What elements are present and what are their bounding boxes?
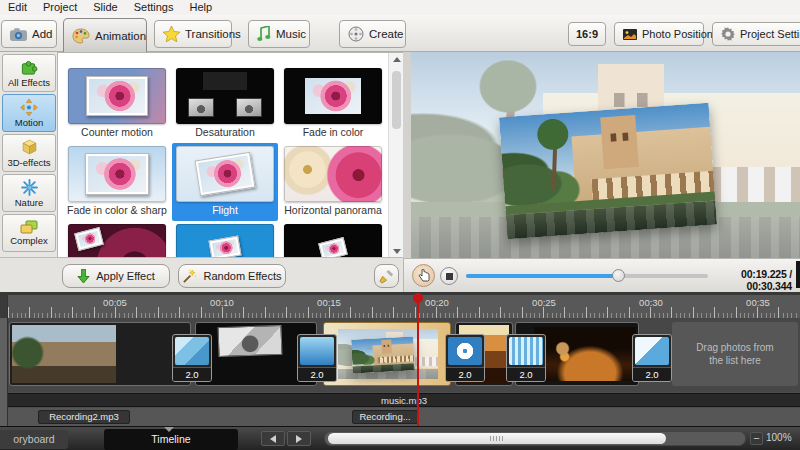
cube-icon [21, 139, 38, 156]
photo-position-label: Photo Position [642, 28, 713, 40]
stop-icon [446, 273, 453, 280]
apply-effect-button[interactable]: Apply Effect [62, 264, 170, 288]
drag-photos-dropzone[interactable]: Drag photos from the list here [672, 322, 798, 386]
menu-slide[interactable]: Slide [85, 0, 125, 15]
slides-track: 2.0 2.0 2.0 2.0 2.0 Drag photos from the… [0, 318, 800, 392]
timeline-ruler[interactable]: 00:05 00:10 00:15 00:20 00:25 00:30 00:3… [0, 292, 800, 318]
transition-3-duration: 2.0 [446, 367, 484, 381]
tab-create[interactable]: Create [339, 20, 406, 48]
music-note-icon [257, 26, 271, 42]
tab-animation-label: Animation [95, 30, 146, 42]
effect-item-row3-2[interactable] [172, 221, 278, 257]
playhead-pin[interactable] [413, 293, 423, 303]
preview-flying-photo [499, 103, 717, 239]
layers-icon [20, 220, 38, 234]
timeline-scrollbar[interactable] [324, 431, 746, 446]
transition-4-duration: 2.0 [507, 367, 545, 381]
thumb-photo [208, 236, 241, 257]
effects-panel: Counter motion Desaturation Fade in colo… [58, 52, 403, 257]
tab-animation[interactable]: Animation [63, 18, 147, 52]
effect-label: Fade in color & sharpen [67, 204, 167, 219]
menu-edit[interactable]: Edit [0, 0, 35, 15]
transition-4[interactable]: 2.0 [506, 334, 546, 382]
menu-settings[interactable]: Settings [126, 0, 182, 15]
effect-item-counter-motion[interactable]: Counter motion [64, 65, 170, 143]
tab-transitions[interactable]: Transitions [154, 20, 232, 48]
effect-item-desaturation[interactable]: Desaturation [172, 65, 278, 143]
random-effects-button[interactable]: Random Effects [178, 264, 286, 288]
tab-storyboard[interactable]: oryboard [0, 430, 68, 449]
zoom-out-button[interactable]: − [750, 432, 763, 445]
playhead-line[interactable] [417, 297, 419, 426]
scrollbar-thumb[interactable] [392, 71, 401, 129]
tab-add[interactable]: Add [1, 20, 57, 48]
playback-slider[interactable] [466, 274, 708, 278]
menu-help[interactable]: Help [181, 0, 220, 15]
brush-icon [379, 269, 394, 284]
photo-position-button[interactable]: Photo Position [614, 22, 704, 46]
slider-thumb[interactable] [612, 269, 625, 282]
brush-tool-button[interactable] [374, 264, 399, 288]
aspect-ratio-button[interactable]: 16:9 [568, 22, 606, 46]
slide-1[interactable] [9, 322, 191, 386]
time-display: 00:19.225 / 00:30.344 [700, 268, 792, 292]
timeline-scrollbar-thumb[interactable] [328, 433, 666, 444]
effect-item-row3-1[interactable] [64, 221, 170, 257]
scene-tower [600, 115, 639, 169]
hand-cursor-icon [418, 269, 430, 283]
effect-item-fade-sharpen[interactable]: Fade in color & sharpen [64, 143, 170, 221]
flower-photo [322, 241, 344, 257]
transition-2[interactable]: 2.0 [297, 334, 337, 382]
voice-clip-2[interactable]: Recording... [352, 410, 418, 424]
flower-photo [212, 239, 238, 257]
sidebar-item-nature[interactable]: Nature [2, 174, 56, 212]
tab-music-label: Music [276, 28, 306, 40]
right-arrow-icon [296, 435, 302, 443]
effect-item-horizontal-panorama[interactable]: Horizontal panorama [280, 143, 386, 221]
effect-thumbnail [176, 68, 274, 124]
project-settings-label: Project Settings [740, 28, 800, 40]
voice-clip-1[interactable]: Recording2.mp3 [38, 410, 130, 424]
preview-canvas [403, 52, 800, 258]
music-clip[interactable]: music.mp3 [8, 393, 800, 407]
move-icon [20, 99, 38, 116]
transition-1-duration: 2.0 [173, 367, 211, 381]
transition-5[interactable]: 2.0 [632, 334, 672, 382]
menu-project[interactable]: Project [35, 0, 85, 15]
scroll-left-button[interactable] [261, 431, 285, 446]
play-pause-button[interactable] [412, 264, 435, 287]
sidebar-item-3d-effects[interactable]: 3D-effects [2, 134, 56, 172]
aspect-ratio-label: 16:9 [576, 28, 598, 40]
effect-thumbnail [176, 224, 274, 257]
thumb-photo [85, 153, 149, 195]
sidebar-item-complex[interactable]: Complex [2, 214, 56, 252]
effects-actions-row: Apply Effect Random Effects [0, 257, 403, 292]
effect-item-row3-3[interactable] [280, 221, 386, 257]
random-effects-label: Random Effects [203, 270, 281, 282]
scroll-up-icon[interactable] [393, 57, 401, 62]
thumb-photo [318, 237, 348, 257]
tab-timeline[interactable]: Timeline [104, 429, 238, 450]
tab-music[interactable]: Music [248, 20, 310, 48]
gray-photo [188, 98, 214, 117]
wand-icon [182, 269, 197, 284]
effect-item-fade-in-color[interactable]: Fade in color [280, 65, 386, 143]
sidebar-item-motion[interactable]: Motion [2, 94, 56, 132]
effect-thumbnail [284, 68, 382, 124]
effects-grid: Counter motion Desaturation Fade in colo… [64, 65, 388, 257]
project-settings-button[interactable]: Project Settings [712, 22, 800, 46]
scroll-down-icon[interactable] [393, 249, 401, 254]
scroll-right-button[interactable] [287, 431, 311, 446]
transition-3[interactable]: 2.0 [445, 334, 485, 382]
ruler-ticks [0, 307, 800, 318]
slide-3-selected[interactable] [323, 322, 451, 386]
transition-1[interactable]: 2.0 [172, 334, 212, 382]
sidebar-label-motion: Motion [15, 117, 44, 128]
slide-5-photo [534, 327, 636, 381]
effect-item-flight-selected[interactable]: Flight [172, 143, 278, 221]
effects-scrollbar[interactable] [388, 53, 403, 257]
music-track-header [0, 392, 8, 408]
sidebar-item-all-effects[interactable]: All Effects [2, 54, 56, 92]
stop-button[interactable] [440, 267, 458, 285]
slide-1-photo [12, 325, 116, 383]
